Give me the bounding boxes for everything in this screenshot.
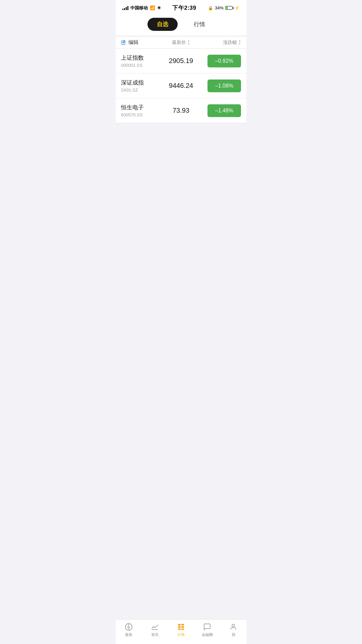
status-right: 🔒 34% ⚡: [208, 5, 240, 10]
aod-icon: ✳: [157, 5, 161, 10]
change-badge-2: –1.48%: [207, 104, 241, 117]
stock-name-1: 深证成指: [121, 79, 161, 87]
carrier-label: 中国移动: [130, 5, 148, 11]
edit-button[interactable]: 编辑: [121, 39, 161, 46]
stock-info-0: 上证指数 000001.SS: [121, 54, 161, 68]
edit-label: 编辑: [128, 39, 138, 46]
price-column-header[interactable]: 最新价 ▲ ▼: [161, 40, 201, 46]
table-row[interactable]: 上证指数 000001.SS 2905.19 –0.92%: [116, 49, 246, 73]
stock-name-2: 恒生电子: [121, 104, 161, 111]
battery-percent: 34%: [215, 5, 224, 10]
status-bar: 中国移动 📶 ✳ 下午2:39 🔒 34% ⚡: [116, 0, 246, 14]
stock-info-2: 恒生电子 600570.SS: [121, 104, 161, 117]
stock-price-1: 9446.24: [161, 82, 201, 90]
column-headers: 编辑 最新价 ▲ ▼ 涨跌幅 ▲ ▼: [116, 36, 246, 49]
price-sort-icon: ▲ ▼: [187, 40, 190, 45]
stock-change-1: –1.08%: [201, 79, 241, 92]
stock-code-2: 600570.SS: [121, 112, 161, 117]
tab-market[interactable]: 行情: [184, 18, 215, 31]
stock-code-1: 2A01.SZ: [121, 88, 161, 93]
change-label: 涨跌幅: [223, 40, 237, 46]
stock-name-0: 上证指数: [121, 54, 161, 62]
change-column-header[interactable]: 涨跌幅 ▲ ▼: [201, 40, 241, 46]
time-display: 下午2:39: [172, 4, 196, 12]
price-label: 最新价: [172, 40, 186, 46]
empty-area: [116, 123, 246, 284]
stock-change-2: –1.48%: [201, 104, 241, 117]
edit-icon: [121, 40, 126, 45]
table-row[interactable]: 恒生电子 600570.SS 73.93 –1.48%: [116, 98, 246, 123]
stock-price-2: 73.93: [161, 107, 201, 114]
wifi-icon: 📶: [150, 5, 155, 10]
change-sort-icon: ▲ ▼: [238, 40, 241, 45]
charging-icon: ⚡: [234, 5, 240, 10]
tab-header: 自选 行情: [116, 14, 246, 36]
stock-change-0: –0.92%: [201, 55, 241, 67]
stock-info-1: 深证成指 2A01.SZ: [121, 79, 161, 93]
change-badge-0: –0.92%: [207, 55, 241, 67]
change-badge-1: –1.08%: [207, 79, 241, 92]
battery-icon: [225, 6, 233, 10]
table-row[interactable]: 深证成指 2A01.SZ 9446.24 –1.08%: [116, 73, 246, 98]
lock-icon: 🔒: [208, 5, 213, 10]
stock-price-0: 2905.19: [161, 57, 201, 65]
stock-code-0: 000001.SS: [121, 63, 161, 68]
signal-icon: [122, 6, 128, 10]
status-left: 中国移动 📶 ✳: [122, 5, 161, 11]
stock-list: 上证指数 000001.SS 2905.19 –0.92% 深证成指 2A01.…: [116, 49, 246, 123]
tab-watchlist[interactable]: 自选: [147, 18, 178, 31]
